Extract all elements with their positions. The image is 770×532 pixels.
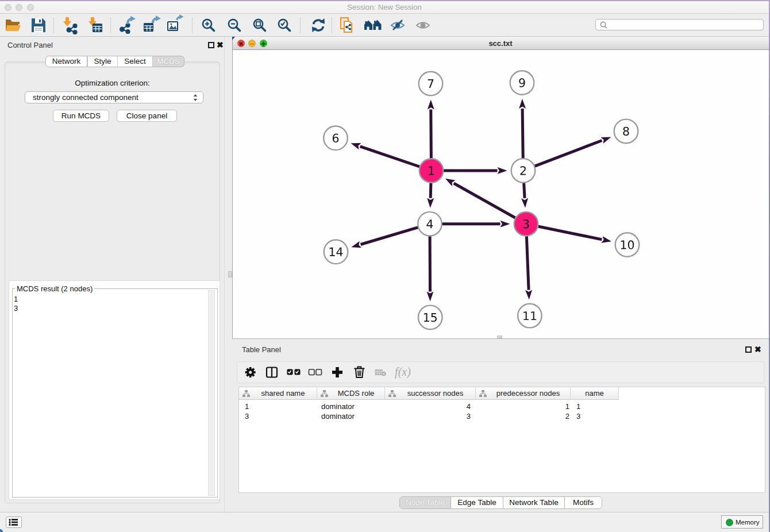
- svg-text:f(x): f(x): [395, 365, 411, 379]
